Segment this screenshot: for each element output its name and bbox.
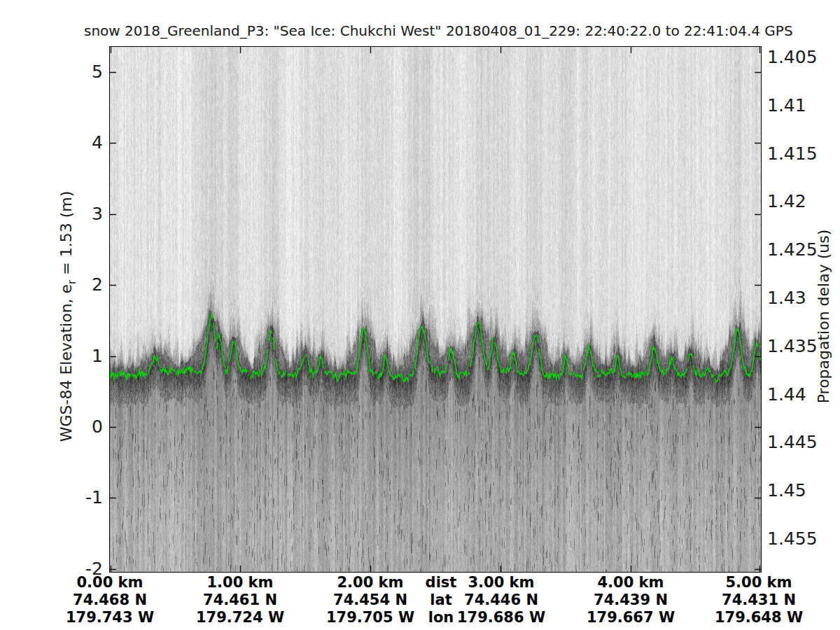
figure-title: snow 2018_Greenland_P3: "Sea Ice: Chukch… [84, 22, 787, 41]
delay-tick-label: 1.455 [767, 528, 840, 550]
x-tick-longitude: 179.648 W [692, 609, 825, 626]
x-tick-latitude: 74.431 N [692, 592, 825, 609]
x-tick-column: 3.00 km74.446 N179.686 W [435, 574, 568, 626]
x-tick-column: 0.00 km74.468 N179.743 W [43, 574, 176, 626]
elevation-tick-label: 4 [28, 132, 103, 153]
delay-tick-label: 1.41 [767, 95, 840, 116]
elevation-tick-label: -1 [28, 487, 103, 508]
x-tick-latitude: 74.439 N [564, 592, 697, 609]
x-tick-latitude: 74.446 N [435, 592, 568, 609]
x-tick-column: 4.00 km74.439 N179.667 W [564, 574, 697, 626]
delay-tick-label: 1.43 [767, 288, 840, 309]
x-tick-column: 1.00 km74.461 N179.724 W [174, 574, 307, 626]
x-tick-column: 5.00 km74.431 N179.648 W [692, 574, 825, 626]
x-tick-longitude: 179.667 W [564, 609, 697, 626]
delay-tick-label: 1.44 [767, 384, 840, 405]
x-tick-distance: 5.00 km [692, 574, 825, 592]
elevation-tick-label: 0 [28, 416, 103, 438]
delay-tick-label: 1.435 [767, 336, 840, 357]
x-tick-distance: 4.00 km [564, 574, 697, 592]
elevation-tick-label: 3 [28, 204, 103, 225]
left-axis-label: WGS-84 Elevation, er = 1.53 (m) [57, 191, 78, 442]
delay-tick-label: 1.445 [767, 432, 840, 453]
elevation-tick-label: 1 [28, 346, 103, 367]
x-tick-distance: 1.00 km [174, 574, 307, 592]
delay-tick-label: 1.405 [767, 47, 840, 68]
x-tick-longitude: 179.686 W [435, 609, 568, 626]
delay-tick-label: 1.415 [767, 144, 840, 164]
elevation-tick-label: 5 [28, 62, 103, 83]
delay-tick-label: 1.45 [767, 480, 840, 501]
x-tick-longitude: 179.724 W [174, 609, 307, 626]
x-tick-latitude: 74.468 N [43, 592, 176, 609]
delay-tick-label: 1.42 [767, 191, 840, 212]
x-tick-distance: 0.00 km [43, 574, 176, 592]
echogram-canvas [110, 47, 761, 572]
x-tick-longitude: 179.743 W [43, 609, 176, 626]
x-tick-distance: 3.00 km [435, 574, 568, 592]
delay-tick-label: 1.425 [767, 239, 840, 260]
echogram-figure: snow 2018_Greenland_P3: "Sea Ice: Chukch… [0, 0, 840, 630]
x-tick-latitude: 74.461 N [174, 592, 307, 609]
plot-area [109, 46, 762, 573]
elevation-tick-label: 2 [28, 274, 103, 295]
